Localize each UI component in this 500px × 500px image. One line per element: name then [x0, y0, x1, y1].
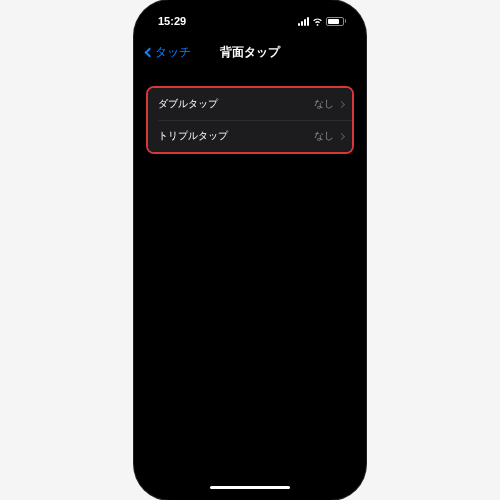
double-tap-row[interactable]: ダブルタップ なし: [148, 88, 352, 120]
wifi-icon: [312, 17, 323, 26]
navigation-bar: タッチ 背面タップ: [140, 36, 360, 68]
page-title: 背面タップ: [220, 44, 280, 61]
phone-frame: 15:29 72 タッチ: [134, 0, 366, 500]
cellular-signal-icon: [298, 17, 309, 26]
row-value: なし: [314, 97, 334, 111]
row-label: ダブルタップ: [158, 97, 314, 111]
content-area: ダブルタップ なし トリプルタップ なし: [140, 68, 360, 154]
triple-tap-row[interactable]: トリプルタップ なし: [148, 120, 352, 152]
settings-group: ダブルタップ なし トリプルタップ なし: [146, 86, 354, 154]
back-button-label: タッチ: [155, 44, 191, 61]
battery-level: 72: [331, 18, 339, 25]
battery-icon: 72: [326, 17, 347, 26]
row-label: トリプルタップ: [158, 129, 314, 143]
notch: [208, 6, 292, 28]
home-indicator[interactable]: [210, 486, 290, 489]
chevron-right-icon: [338, 132, 345, 139]
back-button[interactable]: タッチ: [146, 44, 191, 61]
status-right: 72: [298, 17, 347, 26]
row-value: なし: [314, 129, 334, 143]
status-time: 15:29: [158, 15, 186, 27]
chevron-left-icon: [145, 47, 155, 57]
chevron-right-icon: [338, 100, 345, 107]
screen: 15:29 72 タッチ: [140, 6, 360, 494]
